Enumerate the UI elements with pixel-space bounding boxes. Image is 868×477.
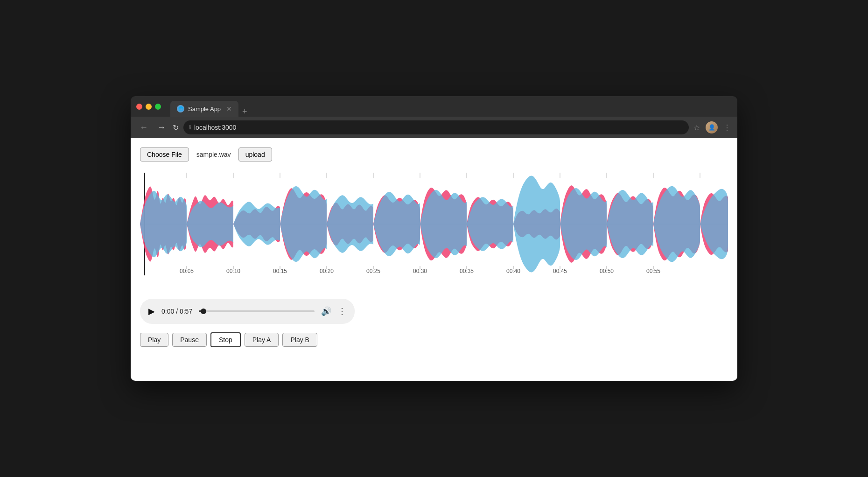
toolbar-actions: ☆ 👤 ⋮ — [693, 121, 731, 133]
bookmark-icon[interactable]: ☆ — [693, 123, 700, 132]
more-options-icon[interactable]: ⋮ — [338, 306, 346, 316]
file-row: Choose File sample.wav upload — [140, 147, 728, 161]
svg-text:00:40: 00:40 — [506, 268, 520, 274]
svg-text:00:50: 00:50 — [600, 268, 614, 274]
browser-toolbar: ← → ↻ ℹ localhost:3000 ☆ 👤 ⋮ — [131, 117, 737, 138]
tab-bar: 🌐 Sample App ✕ + — [170, 96, 247, 117]
active-tab[interactable]: 🌐 Sample App ✕ — [170, 101, 238, 117]
time-display: 0:00 / 0:57 — [161, 308, 192, 315]
svg-text:00:35: 00:35 — [460, 268, 474, 274]
svg-text:00:10: 00:10 — [226, 268, 240, 274]
waveform-container[interactable]: 00:05 00:10 00:15 00:20 00:25 00:30 00:3… — [140, 173, 728, 294]
new-tab-button[interactable]: + — [242, 107, 247, 117]
play-button[interactable]: Play — [140, 333, 168, 347]
progress-thumb — [201, 309, 206, 314]
stop-button[interactable]: Stop — [210, 332, 241, 347]
menu-icon[interactable]: ⋮ — [723, 123, 731, 132]
choose-file-button[interactable]: Choose File — [140, 147, 189, 161]
address-bar[interactable]: ℹ localhost:3000 — [183, 120, 689, 134]
maximize-button[interactable] — [155, 104, 161, 110]
play-a-button[interactable]: Play A — [245, 333, 279, 347]
reload-button[interactable]: ↻ — [173, 123, 179, 132]
browser-window: 🌐 Sample App ✕ + ← → ↻ ℹ localhost:3000 … — [131, 96, 737, 381]
pause-button[interactable]: Pause — [172, 333, 207, 347]
file-name-label: sample.wav — [196, 151, 231, 158]
volume-icon[interactable]: 🔊 — [321, 306, 331, 316]
title-bar: 🌐 Sample App ✕ + — [131, 96, 737, 117]
play-pause-button[interactable]: ▶ — [148, 306, 155, 316]
svg-text:00:05: 00:05 — [180, 268, 194, 274]
tab-favicon: 🌐 — [177, 105, 184, 112]
svg-text:00:15: 00:15 — [273, 268, 287, 274]
waveform-svg: 00:05 00:10 00:15 00:20 00:25 00:30 00:3… — [140, 173, 728, 275]
svg-text:00:25: 00:25 — [366, 268, 380, 274]
page-content: Choose File sample.wav upload — [131, 138, 737, 381]
svg-text:00:20: 00:20 — [320, 268, 334, 274]
traffic-lights — [136, 104, 161, 110]
control-buttons: Play Pause Stop Play A Play B — [140, 332, 728, 347]
tab-close-icon[interactable]: ✕ — [226, 105, 232, 112]
forward-button[interactable]: → — [155, 121, 168, 134]
minimize-button[interactable] — [146, 104, 152, 110]
progress-fill — [199, 310, 203, 312]
play-b-button[interactable]: Play B — [282, 333, 317, 347]
svg-text:00:45: 00:45 — [553, 268, 567, 274]
avatar[interactable]: 👤 — [706, 121, 718, 133]
back-button[interactable]: ← — [137, 121, 150, 134]
progress-bar[interactable] — [199, 310, 315, 312]
svg-text:00:55: 00:55 — [646, 268, 660, 274]
info-icon: ℹ — [189, 124, 191, 131]
svg-text:00:30: 00:30 — [413, 268, 427, 274]
upload-button[interactable]: upload — [238, 147, 272, 161]
url-display: localhost:3000 — [194, 124, 236, 131]
tab-title: Sample App — [188, 105, 221, 112]
close-button[interactable] — [136, 104, 142, 110]
audio-player: ▶ 0:00 / 0:57 🔊 ⋮ — [140, 299, 355, 324]
